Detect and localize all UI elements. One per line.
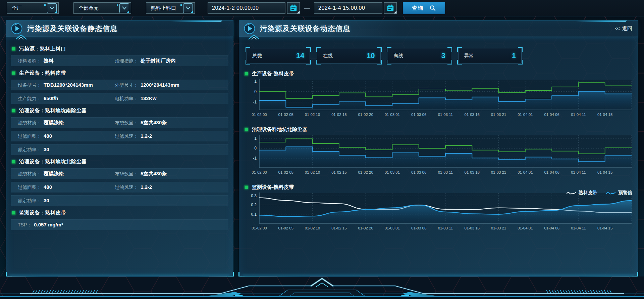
svg-text:01-02 00: 01-02 00 (252, 170, 267, 174)
info-value: 5室共480条 (141, 120, 167, 126)
svg-text:0.1: 0.1 (251, 212, 257, 217)
svg-text:01-03 11: 01-03 11 (438, 170, 453, 174)
svg-text:01-04 11: 01-04 11 (571, 226, 586, 230)
stat-total-label: 总数 (252, 53, 262, 59)
info-cell: 布华数量：5室共480条 (115, 171, 228, 177)
svg-text:0: 0 (254, 89, 257, 94)
svg-text:01-02 10: 01-02 10 (305, 226, 320, 230)
info-row: 额定功率：30 (11, 144, 228, 155)
info-cell: 过滤风速：1.2-2 (115, 133, 228, 139)
svg-text:01-03 06: 01-03 06 (411, 170, 426, 174)
section-header-text: 生产设备：熟料皮带 (19, 70, 66, 76)
info-value: 5室共480条 (141, 171, 167, 177)
svg-text:01-04 06: 01-04 06 (544, 226, 559, 230)
footer-decoration (0, 276, 644, 299)
info-cell: 生产能力：650t/h (18, 95, 115, 102)
back-button-label: 返回 (622, 26, 632, 32)
chart-title-row: 治理设备料地坑北除尘器 (245, 125, 633, 133)
svg-text:01-04 01: 01-04 01 (518, 113, 533, 117)
static-info-panel: 污染源及关联设备静态信息 污染源：熟料上料口物料名称：熟料治理措施：处于封闭厂房… (6, 20, 233, 276)
section-header-text: 治理设备：熟料地坑北除尘器 (19, 159, 87, 165)
info-label: 设备型号： (18, 82, 41, 88)
info-row: 额定功率：30 (11, 195, 228, 206)
legend-item-material-belt[interactable]: 熟料皮带 (567, 190, 597, 196)
back-button[interactable]: << 返回 (615, 20, 632, 37)
dropdown-unit[interactable]: 全部单元 (73, 2, 131, 14)
green-square-bullet (12, 109, 15, 113)
svg-text:01-04 11: 01-04 11 (571, 170, 586, 174)
info-label: 滤袋材质： (18, 120, 41, 126)
svg-text:01-03 21: 01-03 21 (491, 170, 506, 174)
device-stats-row: 总数 14 在线 10 离线 3 异常 1 (247, 48, 522, 63)
calendar-icon[interactable] (384, 2, 397, 14)
dropdown-unit-label: 全部单元 (78, 5, 99, 11)
chart-legend: 熟料皮带 预警信 (567, 190, 632, 196)
chart-title-row: 生产设备-熟料皮带 (245, 70, 633, 78)
topbar: 全厂 全部单元 熟料上料口 2024-1-2 00:00:00 — 2024-1… (0, 0, 644, 16)
info-cell: 设备型号：TDB1200*204143mm (18, 82, 115, 88)
svg-text:01-03 01: 01-03 01 (385, 226, 400, 230)
query-button[interactable]: 查询 (403, 2, 445, 14)
info-cell: TSP：0.057 mg/m³ (18, 222, 115, 228)
info-cell: 外型尺寸：1200*204143mm (115, 82, 228, 88)
svg-text:0.3: 0.3 (251, 194, 257, 198)
info-row: 过滤面积：480过鸿风速：1.2-2 (11, 182, 228, 193)
stat-online-label: 在线 (323, 53, 333, 59)
info-cell: 额定功率：30 (18, 146, 115, 153)
info-cell: 布袋数量：5室共480条 (115, 120, 228, 126)
svg-text:01-03 16: 01-03 16 (465, 170, 480, 174)
legend-item-warning[interactable]: 预警信 (606, 190, 632, 196)
svg-text:01-02 05: 01-02 05 (278, 113, 293, 117)
section-header: 监测设备：熟料皮带 (12, 209, 228, 217)
svg-text:01-02 10: 01-02 10 (305, 113, 320, 117)
chart-title: 监测设备-熟料皮带 (252, 184, 294, 190)
info-value: 覆膜涤纶 (44, 171, 64, 177)
section-header: 治理设备：熟料地坑北除尘器 (12, 158, 228, 166)
stat-abnormal: 异常 1 (458, 48, 522, 63)
svg-text:01-04 01: 01-04 01 (518, 170, 533, 174)
svg-text:-1: -1 (253, 156, 257, 161)
section-header-text: 治理设备：熟料地坑南除尘器 (19, 108, 87, 114)
svg-text:1: 1 (254, 136, 257, 141)
svg-text:01-04 06: 01-04 06 (544, 170, 559, 174)
stat-abnormal-value: 1 (512, 51, 516, 60)
info-label: 滤袋材质： (18, 171, 41, 177)
date-from-input[interactable]: 2024-1-2 00:00:00 (208, 2, 285, 14)
svg-text:01-02 05: 01-02 05 (278, 226, 293, 230)
dropdown-plant[interactable]: 全厂 (7, 2, 59, 14)
svg-text:01-03 16: 01-03 16 (465, 113, 480, 117)
date-to-input[interactable]: 2024-1-4 15:00:00 (314, 2, 382, 14)
search-icon (430, 5, 436, 11)
calendar-icon[interactable] (287, 2, 300, 14)
chart-svg: 10-101-02 0001-02 0501-02 1001-02 1501-0… (245, 133, 633, 176)
chevron-down-icon (47, 3, 57, 13)
info-label: 电机功率： (115, 96, 138, 102)
stat-total: 总数 14 (247, 48, 310, 63)
info-label: 过鸿风速： (115, 184, 138, 190)
dropdown-source[interactable]: 熟料上料口 (146, 2, 195, 14)
info-value: 1.2-2 (141, 184, 152, 190)
static-info-title: 污染源及关联设备静态信息 (27, 20, 118, 37)
dynamic-info-title: 污染源及关联设备动态信息 (260, 20, 351, 37)
info-row: 物料名称：熟料治理措施：处于封闭厂房内 (11, 55, 228, 66)
info-cell: 滤袋材质：覆膜涤纶 (18, 120, 115, 126)
chart-production-device: 生产设备-熟料皮带 10-101-02 0001-02 0501-02 1001… (245, 70, 633, 119)
svg-text:01-03 01: 01-03 01 (385, 113, 400, 117)
chevron-down-icon (119, 3, 129, 13)
green-square-bullet (245, 185, 248, 189)
chevron-up-decoration (247, 34, 261, 40)
info-value: 1200*204143mm (141, 82, 179, 88)
query-button-label: 查询 (412, 5, 424, 11)
green-square-bullet (245, 72, 248, 76)
info-label: 额定功率： (18, 198, 41, 204)
svg-text:01-04 15: 01-04 15 (597, 170, 612, 174)
svg-text:0: 0 (254, 146, 257, 151)
legend-label: 熟料皮带 (579, 190, 597, 196)
stat-offline-label: 离线 (393, 53, 404, 59)
info-value: 480 (44, 133, 52, 139)
info-row: 滤袋材质：覆膜涤纶布袋数量：5室共480条 (11, 117, 228, 128)
info-cell: 额定功率：30 (18, 198, 115, 204)
info-value: 0.057 mg/m³ (34, 222, 63, 227)
green-square-bullet (12, 47, 15, 51)
info-label: 布袋数量： (115, 120, 138, 126)
